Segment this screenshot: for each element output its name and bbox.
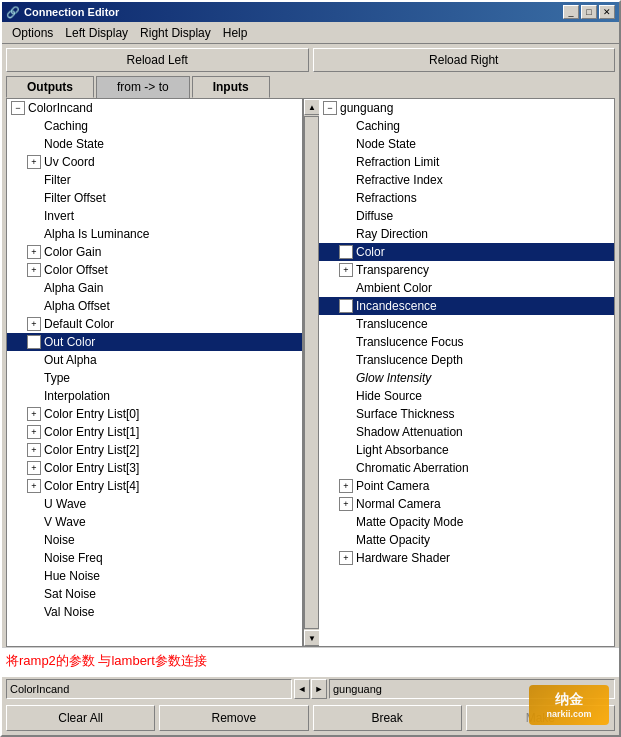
left-item-vwave[interactable]: V Wave [7,513,302,531]
title-bar: 🔗 Connection Editor _ □ ✕ [2,2,619,22]
left-item-huenoise[interactable]: Hue Noise [7,567,302,585]
right-item-r_transparency[interactable]: +Transparency [319,261,614,279]
scroll-up-arrow[interactable]: ▲ [304,99,320,115]
expand-colorentry4[interactable]: + [27,479,41,493]
left-item-noisefreq[interactable]: Noise Freq [7,549,302,567]
right-item-r_refractions[interactable]: Refractions [319,189,614,207]
right-item-gunguang[interactable]: −gunguang [319,99,614,117]
right-panel: −gunguangCachingNode StateRefraction Lim… [319,99,614,646]
right-nav-field: gunguang [329,679,615,699]
clear-all-button[interactable]: Clear All [6,705,155,731]
right-item-r_ambientcolor[interactable]: Ambient Color [319,279,614,297]
left-item-noise[interactable]: Noise [7,531,302,549]
menu-left-display[interactable]: Left Display [59,24,134,42]
left-item-filter[interactable]: Filter [7,171,302,189]
right-item-r_chromatic[interactable]: Chromatic Aberration [319,459,614,477]
expand-r_color[interactable]: + [339,245,353,259]
right-item-r_surfthick[interactable]: Surface Thickness [319,405,614,423]
nav-right-arrow[interactable]: ► [311,679,327,699]
left-panel-scroll[interactable]: −ColorIncandCachingNode State+Uv CoordFi… [7,99,302,646]
expand-colorentry0[interactable]: + [27,407,41,421]
left-item-alphaisl[interactable]: Alpha Is Luminance [7,225,302,243]
tab-outputs[interactable]: Outputs [6,76,94,98]
left-item-uvcoord[interactable]: +Uv Coord [7,153,302,171]
left-item-colorentry3[interactable]: +Color Entry List[3] [7,459,302,477]
right-item-r_matteopmode[interactable]: Matte Opacity Mode [319,513,614,531]
expand-colorincand[interactable]: − [11,101,25,115]
break-button[interactable]: Break [313,705,462,731]
tab-inputs[interactable]: Inputs [192,76,270,98]
tab-from-to[interactable]: from -> to [96,76,190,98]
right-item-r_caching[interactable]: Caching [319,117,614,135]
left-item-colorentry0[interactable]: +Color Entry List[0] [7,405,302,423]
left-item-caching[interactable]: Caching [7,117,302,135]
right-item-r_translucence[interactable]: Translucence [319,315,614,333]
left-item-colorentry1[interactable]: +Color Entry List[1] [7,423,302,441]
remove-button[interactable]: Remove [159,705,308,731]
expand-colorentry1[interactable]: + [27,425,41,439]
left-item-colorincand[interactable]: −ColorIncand [7,99,302,117]
scroll-down-arrow[interactable]: ▼ [304,630,320,646]
right-item-r_normalcam[interactable]: +Normal Camera [319,495,614,513]
right-item-r_incandescence[interactable]: −Incandescence [319,297,614,315]
right-item-r_raydir[interactable]: Ray Direction [319,225,614,243]
left-item-coloroffset[interactable]: +Color Offset [7,261,302,279]
menu-help[interactable]: Help [217,24,254,42]
right-item-r_pointcam[interactable]: +Point Camera [319,477,614,495]
expand-defaultcolor[interactable]: + [27,317,41,331]
left-item-colorgain[interactable]: +Color Gain [7,243,302,261]
left-item-valnoise[interactable]: Val Noise [7,603,302,621]
left-item-filteroffset[interactable]: Filter Offset [7,189,302,207]
left-item-alphaoffset[interactable]: Alpha Offset [7,297,302,315]
annotation-text: 将ramp2的参数 与lambert参数连接 [6,653,207,668]
expand-colorgain[interactable]: + [27,245,41,259]
expand-gunguang[interactable]: − [323,101,337,115]
expand-r_normalcam[interactable]: + [339,497,353,511]
left-item-outalpha[interactable]: Out Alpha [7,351,302,369]
reload-right-button[interactable]: Reload Right [313,48,616,72]
vertical-scrollbar[interactable]: ▲ ▼ [303,99,319,646]
left-item-satnoise[interactable]: Sat Noise [7,585,302,603]
right-item-r_diffuse[interactable]: Diffuse [319,207,614,225]
left-item-colorentry4[interactable]: +Color Entry List[4] [7,477,302,495]
right-item-r_lightabs[interactable]: Light Absorbance [319,441,614,459]
right-item-r_color[interactable]: +Color [319,243,614,261]
right-item-r_shadowatten[interactable]: Shadow Attenuation [319,423,614,441]
reload-left-button[interactable]: Reload Left [6,48,309,72]
right-item-r_glowintensity[interactable]: Glow Intensity [319,369,614,387]
right-item-r_translfocus[interactable]: Translucence Focus [319,333,614,351]
menu-options[interactable]: Options [6,24,59,42]
left-item-colorentry2[interactable]: +Color Entry List[2] [7,441,302,459]
right-item-r_matteopacity[interactable]: Matte Opacity [319,531,614,549]
nav-left-arrow[interactable]: ◄ [294,679,310,699]
left-item-invert[interactable]: Invert [7,207,302,225]
expand-colorentry2[interactable]: + [27,443,41,457]
right-item-r_hardwareshader[interactable]: +Hardware Shader [319,549,614,567]
left-item-alphagain[interactable]: Alpha Gain [7,279,302,297]
expand-r_transparency[interactable]: + [339,263,353,277]
expand-r_hardwareshader[interactable]: + [339,551,353,565]
expand-r_incandescence[interactable]: − [339,299,353,313]
minimize-button[interactable]: _ [563,5,579,19]
expand-coloroffset[interactable]: + [27,263,41,277]
expand-r_pointcam[interactable]: + [339,479,353,493]
left-item-outcolor[interactable]: −Out Color [7,333,302,351]
make-button[interactable]: Make [466,705,615,731]
right-item-r_nodestate[interactable]: Node State [319,135,614,153]
expand-outcolor[interactable]: − [27,335,41,349]
expand-uvcoord[interactable]: + [27,155,41,169]
expand-colorentry3[interactable]: + [27,461,41,475]
right-item-r_refridx[interactable]: Refractive Index [319,171,614,189]
close-button[interactable]: ✕ [599,5,615,19]
menu-right-display[interactable]: Right Display [134,24,217,42]
right-panel-scroll[interactable]: −gunguangCachingNode StateRefraction Lim… [319,99,614,646]
right-item-r_hidesource[interactable]: Hide Source [319,387,614,405]
left-item-interpolation[interactable]: Interpolation [7,387,302,405]
left-item-nodestate[interactable]: Node State [7,135,302,153]
right-item-r_transldepth[interactable]: Translucence Depth [319,351,614,369]
left-item-uwave[interactable]: U Wave [7,495,302,513]
left-item-type[interactable]: Type [7,369,302,387]
maximize-button[interactable]: □ [581,5,597,19]
right-item-r_refrlimit[interactable]: Refraction Limit [319,153,614,171]
left-item-defaultcolor[interactable]: +Default Color [7,315,302,333]
